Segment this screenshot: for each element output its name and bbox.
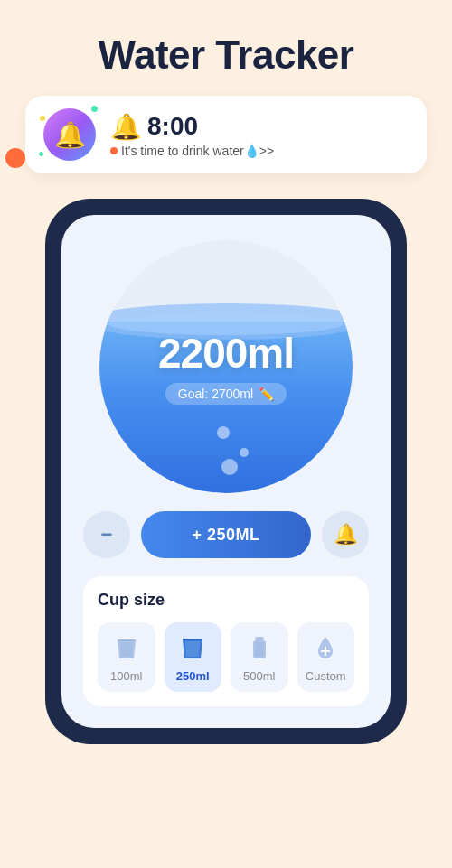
cup-section: Cup size 100ml xyxy=(83,576,369,706)
bell-button[interactable]: 🔔 xyxy=(322,511,369,558)
notification-time-text: 8:00 xyxy=(147,112,198,141)
notification-content: 🔔 8:00 It's time to drink water💧>> xyxy=(110,112,409,158)
page-title: Water Tracker xyxy=(0,0,452,96)
cup-label-100ml: 100ml xyxy=(110,669,142,683)
cup-option-500ml[interactable]: 500ml xyxy=(231,622,288,692)
avatar: 🔔 xyxy=(43,108,96,161)
cup-options: 100ml 250ml xyxy=(98,622,354,692)
notification-dot xyxy=(110,147,118,154)
phone-mockup: 2200ml Goal: 2700ml ✏️ − + 250ML 🔔 xyxy=(45,199,407,744)
water-goal[interactable]: Goal: 2700ml ✏️ xyxy=(165,383,287,405)
goal-label: Goal: 2700ml xyxy=(178,387,253,401)
bubble-3 xyxy=(221,459,238,475)
cup-icon-500ml xyxy=(243,631,276,664)
notification-card: 🔔 🔔 8:00 It's time to drink water💧>> xyxy=(25,96,427,173)
cup-icon-custom xyxy=(309,631,342,664)
notification-time-emoji: 🔔 xyxy=(110,112,142,142)
water-text: 2200ml Goal: 2700ml ✏️ xyxy=(158,329,294,405)
phone-screen: 2200ml Goal: 2700ml ✏️ − + 250ML 🔔 xyxy=(61,215,391,728)
cup-label-250ml: 250ml xyxy=(176,669,210,683)
minus-icon: − xyxy=(101,525,113,545)
bell-icon: 🔔 xyxy=(334,523,358,546)
bubble-2 xyxy=(240,448,249,457)
notification-message: It's time to drink water💧>> xyxy=(110,144,409,158)
cup-icon-100ml xyxy=(110,631,143,664)
cup-option-250ml[interactable]: 250ml xyxy=(165,622,222,692)
sparkle-decoration xyxy=(91,106,98,112)
sparkle-decoration-2 xyxy=(39,152,43,156)
controls-row: − + 250ML 🔔 xyxy=(83,511,369,558)
cup-label-500ml: 500ml xyxy=(243,669,275,683)
add-water-label: + 250ML xyxy=(192,526,259,545)
orange-decoration xyxy=(5,148,25,168)
cup-option-custom[interactable]: Custom xyxy=(297,622,355,692)
bubble-1 xyxy=(217,426,230,439)
cup-section-title: Cup size xyxy=(98,591,354,610)
notification-text: It's time to drink water💧>> xyxy=(121,144,274,158)
notification-time: 🔔 8:00 xyxy=(110,112,409,142)
svg-rect-0 xyxy=(255,637,264,640)
cup-option-100ml[interactable]: 100ml xyxy=(98,622,155,692)
water-container: 2200ml Goal: 2700ml ✏️ xyxy=(83,240,369,493)
cup-label-custom: Custom xyxy=(306,669,346,683)
edit-icon: ✏️ xyxy=(259,387,274,401)
minus-button[interactable]: − xyxy=(83,511,130,558)
avatar-icon: 🔔 xyxy=(54,120,86,150)
sparkle-decoration-3 xyxy=(40,116,45,121)
cup-icon-250ml xyxy=(176,631,209,664)
add-water-button[interactable]: + 250ML xyxy=(141,511,311,558)
water-amount: 2200ml xyxy=(158,329,294,378)
svg-rect-2 xyxy=(255,642,264,657)
water-circle: 2200ml Goal: 2700ml ✏️ xyxy=(99,240,353,493)
